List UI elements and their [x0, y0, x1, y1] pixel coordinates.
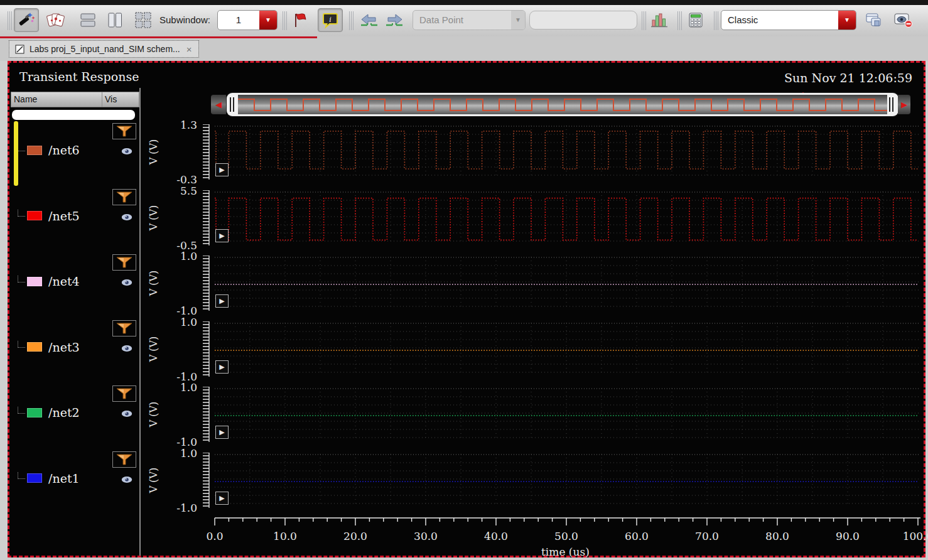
- tab-labs-schematic[interactable]: Labs proj_5_input_nand_SIM schem... ×: [9, 40, 199, 58]
- histogram-button[interactable]: [647, 8, 672, 32]
- signal-color-swatch[interactable]: [27, 277, 42, 286]
- signal-color-swatch[interactable]: [27, 408, 42, 417]
- filter-funnel-button[interactable]: [112, 320, 136, 337]
- waveform-plot[interactable]: [213, 190, 922, 245]
- filter-funnel-button[interactable]: [112, 385, 136, 402]
- strip-expand-button[interactable]: ▶: [215, 360, 229, 374]
- y-axis-title: V (V): [148, 139, 159, 165]
- signal-color-swatch[interactable]: [27, 211, 42, 220]
- toolbar-grip[interactable]: [714, 11, 719, 30]
- vis-column-header[interactable]: Vis: [102, 92, 139, 107]
- visibility-eye-icon[interactable]: [121, 277, 132, 289]
- waveform-plot[interactable]: [213, 321, 922, 377]
- tree-branch-connector: [18, 210, 25, 217]
- name-column-header[interactable]: Name: [11, 92, 102, 107]
- thumb-grip-right[interactable]: [889, 97, 895, 112]
- strip-expand-button[interactable]: ▶: [215, 426, 229, 439]
- x-tick-label: 10.0: [265, 530, 305, 542]
- x-tick-label: 100.0: [898, 530, 928, 542]
- filter-funnel-button[interactable]: [112, 189, 136, 205]
- signal-row[interactable]: /net1: [12, 451, 139, 517]
- strip-expand-button[interactable]: ▶: [215, 229, 229, 242]
- visibility-eye-icon[interactable]: [121, 408, 132, 420]
- visibility-eye-icon[interactable]: [121, 343, 132, 355]
- toolbar-grip[interactable]: [677, 11, 683, 30]
- tab-close-icon[interactable]: ×: [185, 44, 193, 55]
- signal-name[interactable]: /net6: [48, 143, 80, 157]
- signal-row[interactable]: /net3: [12, 320, 139, 386]
- signal-table-header: Name Vis: [11, 92, 139, 107]
- signal-name[interactable]: /net1: [48, 471, 80, 485]
- calculator-button[interactable]: [683, 8, 708, 32]
- subwindow-select[interactable]: 1 ▼: [217, 10, 278, 30]
- scroll-left-icon[interactable]: ◀: [211, 95, 226, 114]
- toolbar-grip[interactable]: [349, 11, 354, 30]
- signal-color-swatch[interactable]: [27, 342, 42, 352]
- signal-row[interactable]: /net4: [12, 254, 139, 320]
- subwindow-select-value: 1: [218, 11, 259, 30]
- signal-name[interactable]: /net4: [48, 274, 80, 288]
- style-dropdown-arrow-icon[interactable]: ▼: [838, 11, 856, 30]
- toolbar-grip[interactable]: [642, 11, 647, 30]
- cascade-windows-button[interactable]: [861, 8, 886, 32]
- strip-expand-button[interactable]: ▶: [215, 492, 229, 505]
- filter-funnel-button[interactable]: [112, 123, 136, 139]
- waveform-plot[interactable]: [213, 256, 922, 311]
- style-select[interactable]: Classic ▼: [721, 10, 856, 30]
- signal-row[interactable]: /net6: [12, 123, 139, 189]
- y-axis-ruler: [200, 124, 211, 180]
- tree-branch-connector: [18, 407, 25, 414]
- signal-color-swatch[interactable]: [27, 146, 42, 155]
- signal-name[interactable]: /net2: [48, 406, 80, 419]
- panel-splitter[interactable]: [139, 88, 141, 556]
- signal-name[interactable]: /net3: [48, 340, 80, 354]
- toolbar-grip[interactable]: [283, 11, 288, 30]
- grid-layout-button[interactable]: [131, 8, 156, 32]
- strip-expand-button[interactable]: ▶: [215, 294, 229, 308]
- visibility-eye-icon[interactable]: [121, 212, 132, 223]
- wizard-button[interactable]: [14, 8, 39, 32]
- signal-name[interactable]: /net5: [48, 209, 80, 223]
- scroll-right-icon[interactable]: ▶: [898, 95, 910, 114]
- visibility-eye-icon[interactable]: [121, 474, 132, 486]
- waveform-window: Transient Response Sun Nov 21 12:06:59 2…: [8, 61, 925, 557]
- previous-point-button[interactable]: [357, 8, 382, 32]
- strip-expand-button[interactable]: ▶: [215, 163, 229, 176]
- y-axis-title: V (V): [148, 402, 159, 428]
- signal-row[interactable]: /net5: [12, 189, 139, 255]
- waveform-plot[interactable]: [213, 453, 922, 508]
- filter-funnel-button[interactable]: [112, 254, 136, 271]
- toolbar-grip[interactable]: [8, 11, 13, 30]
- cascade-windows-icon: [864, 11, 883, 29]
- x-axis-ruler: [213, 517, 922, 526]
- filter-funnel-button[interactable]: [112, 451, 136, 468]
- split-vertical-button[interactable]: [102, 8, 127, 32]
- cards-button[interactable]: [43, 8, 68, 32]
- scrollbar-waveform-preview: [238, 95, 887, 114]
- flag-button[interactable]: [288, 8, 313, 32]
- waveform-plot[interactable]: [213, 387, 922, 442]
- preview-square-wave: [238, 95, 887, 114]
- hide-window-button[interactable]: [890, 8, 915, 32]
- split-horizontal-button[interactable]: [75, 8, 100, 32]
- nav-value-input[interactable]: [529, 11, 637, 30]
- signal-color-swatch[interactable]: [27, 473, 42, 483]
- scrollbar-thumb[interactable]: [227, 93, 898, 116]
- signal-row[interactable]: /net2: [12, 385, 139, 451]
- next-point-button[interactable]: [382, 8, 407, 32]
- thumb-grip-left[interactable]: [230, 97, 236, 112]
- nav-mode-select[interactable]: Data Point ▼: [413, 10, 526, 30]
- pan-scrollbar[interactable]: ◀ ▶: [211, 93, 910, 116]
- funnel-icon: [115, 387, 134, 400]
- nav-mode-dropdown-arrow-icon[interactable]: ▼: [511, 11, 525, 30]
- signal-filter-input[interactable]: [12, 110, 135, 120]
- visibility-eye-icon[interactable]: [121, 146, 132, 158]
- subwindow-dropdown-arrow-icon[interactable]: ▼: [259, 11, 277, 30]
- tree-branch-connector: [18, 276, 25, 283]
- y-axis-labels: 1.0V (V)-1.0: [143, 321, 197, 377]
- y-axis-title: V (V): [148, 205, 159, 230]
- info-balloon-button[interactable]: i: [318, 8, 343, 32]
- y-axis-title: V (V): [148, 271, 159, 296]
- waveform-plot[interactable]: [213, 124, 922, 180]
- calculator-icon: [687, 11, 704, 29]
